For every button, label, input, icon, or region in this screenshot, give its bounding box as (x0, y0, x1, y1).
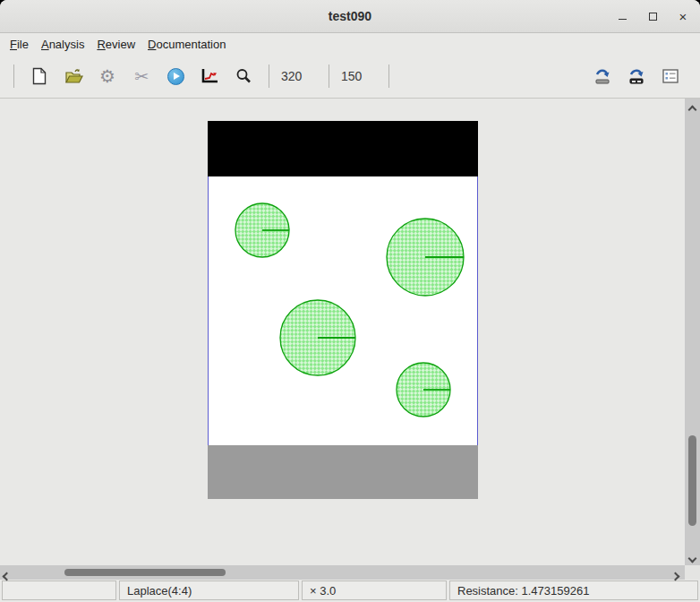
new-document-button[interactable] (22, 58, 56, 94)
export-data-button[interactable] (585, 58, 619, 94)
plot-chart-icon (201, 68, 218, 84)
app-window: test090 × File Analysis Review Documenta… (0, 0, 700, 602)
export-binary-icon (627, 68, 645, 85)
toolbar-right-group (585, 58, 687, 94)
close-icon: × (679, 10, 687, 23)
status-bar: Laplace(4:4) × 3.0 Resistance: 1.4731592… (0, 580, 700, 602)
toolbar-separator (269, 64, 269, 88)
electrode-band-bottom (208, 445, 478, 499)
workspace (0, 99, 700, 565)
status-cell-solver: Laplace(4:4) (119, 580, 299, 600)
horizontal-scrollbar-thumb[interactable] (64, 569, 226, 576)
width-field[interactable]: 320 (277, 69, 320, 83)
minimize-icon (619, 19, 627, 20)
toolbar-separator (13, 64, 14, 88)
maximize-icon (649, 13, 657, 21)
export-binary-button[interactable] (619, 58, 653, 94)
toolbar-separator (388, 64, 389, 88)
window-controls: × (612, 0, 693, 32)
vertical-scrollbar[interactable] (685, 99, 700, 565)
status-cell-resistance: Resistance: 1.473159261 (449, 580, 698, 600)
close-button[interactable]: × (673, 6, 693, 26)
scroll-up-arrow-icon[interactable] (689, 102, 700, 113)
cut-scissors-icon: ✂ (134, 66, 149, 87)
scrollbar-corner (685, 565, 700, 580)
export-data-icon (593, 68, 611, 85)
run-button[interactable] (158, 58, 192, 94)
vertical-scrollbar-thumb[interactable] (688, 435, 696, 526)
menu-bar: File Analysis Review Documentation (0, 33, 700, 55)
title-bar: test090 × (0, 0, 700, 33)
menu-analysis[interactable]: Analysis (35, 35, 90, 54)
model-canvas[interactable] (208, 121, 478, 499)
simulation-domain[interactable] (208, 176, 478, 445)
minimize-button[interactable] (612, 6, 632, 26)
horizontal-scrollbar[interactable] (0, 565, 685, 580)
open-file-icon (64, 68, 83, 84)
height-field[interactable]: 150 (337, 69, 380, 83)
run-play-icon (167, 68, 184, 85)
scroll-down-arrow-icon[interactable] (689, 551, 700, 562)
zoom-magnifier-icon (235, 68, 252, 84)
toolbar: ⚙ ✂ 320 150 (0, 55, 700, 99)
electrode-band-top (208, 121, 478, 176)
scroll-left-arrow-icon[interactable] (4, 569, 14, 580)
zoom-button[interactable] (226, 58, 260, 94)
toolbar-separator (329, 64, 329, 88)
menu-review[interactable]: Review (90, 35, 141, 54)
window-title: test090 (329, 9, 371, 23)
maximize-button[interactable] (643, 6, 662, 26)
plot-button[interactable] (192, 58, 226, 94)
open-file-button[interactable] (56, 58, 90, 94)
scroll-right-arrow-icon[interactable] (672, 569, 683, 580)
menu-documentation[interactable]: Documentation (141, 35, 232, 54)
cut-button[interactable]: ✂ (124, 58, 158, 94)
status-cell-zoom: × 3.0 (302, 580, 447, 600)
horizontal-scrollbar-row (0, 565, 700, 580)
status-cell-empty (2, 580, 116, 600)
menu-file[interactable]: File (4, 35, 35, 54)
settings-button[interactable]: ⚙ (90, 58, 124, 94)
geometry-svg (209, 176, 477, 445)
report-form-icon (662, 68, 679, 84)
report-form-button[interactable] (653, 58, 687, 94)
settings-gear-icon: ⚙ (99, 65, 115, 87)
new-document-icon (31, 67, 47, 85)
